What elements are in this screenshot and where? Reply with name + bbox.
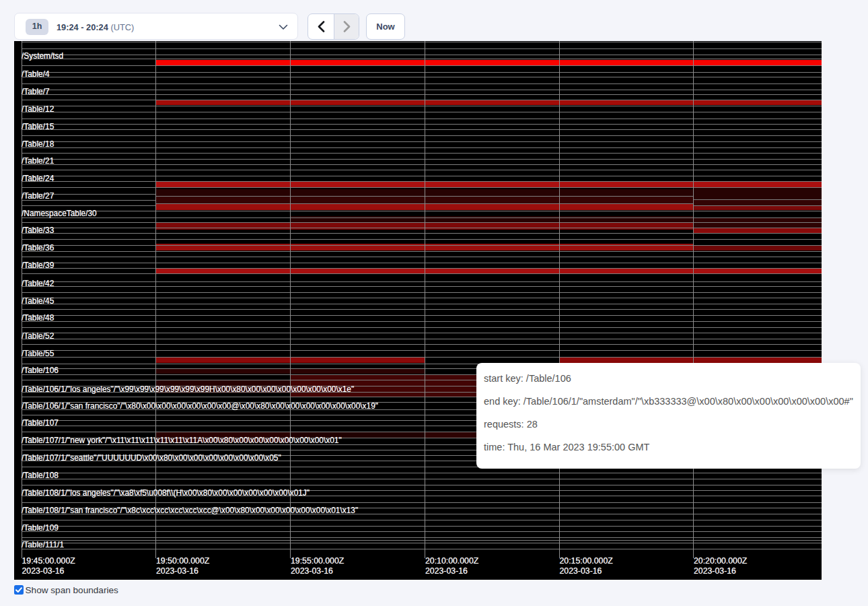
svg-text:/Table/18: /Table/18	[22, 139, 55, 149]
svg-text:/System/tsd: /System/tsd	[22, 50, 63, 60]
svg-text:/Table/108/1/"los angeles"/"\x: /Table/108/1/"los angeles"/"\xa8\xf5\u00…	[22, 487, 310, 497]
svg-text:/Table/106/1/"san francisco"/": /Table/106/1/"san francisco"/"\x80\x00\x…	[22, 401, 378, 411]
svg-text:/Table/48: /Table/48	[22, 313, 55, 323]
svg-text:/Table/111/1: /Table/111/1	[22, 539, 64, 549]
svg-text:/Table/45: /Table/45	[22, 296, 55, 305]
svg-text:/Table/15: /Table/15	[22, 121, 55, 131]
svg-text:19:50:00.000Z: 19:50:00.000Z	[156, 556, 210, 566]
svg-text:20:10:00.000Z: 20:10:00.000Z	[425, 556, 479, 566]
svg-text:2023-03-16: 2023-03-16	[22, 566, 65, 576]
svg-text:/Table/12: /Table/12	[22, 104, 55, 113]
svg-text:/Table/106: /Table/106	[22, 366, 59, 375]
svg-text:/Table/52: /Table/52	[22, 331, 55, 340]
svg-text:20:15:00.000Z: 20:15:00.000Z	[560, 556, 614, 566]
svg-text:/Table/42: /Table/42	[22, 278, 55, 288]
svg-text:/Table/33: /Table/33	[22, 225, 55, 234]
svg-text:/Table/36: /Table/36	[22, 243, 55, 252]
svg-text:2023-03-16: 2023-03-16	[425, 566, 468, 576]
svg-text:/Table/55: /Table/55	[22, 348, 55, 358]
svg-text:/Table/107: /Table/107	[22, 417, 59, 427]
svg-text:19:55:00.000Z: 19:55:00.000Z	[291, 556, 345, 566]
svg-text:/Table/39: /Table/39	[22, 261, 55, 270]
svg-text:2023-03-16: 2023-03-16	[156, 566, 198, 576]
svg-text:/Table/21: /Table/21	[22, 156, 55, 166]
svg-text:/Table/108: /Table/108	[22, 471, 59, 480]
svg-text:/Table/107/1/"seattle"/"UUUUUU: /Table/107/1/"seattle"/"UUUUUUD\x00\x80\…	[22, 452, 281, 462]
svg-text:2023-03-16: 2023-03-16	[560, 566, 602, 576]
svg-text:/Table/107/1/"new york"/"\x11\: /Table/107/1/"new york"/"\x11\x11\x11\x1…	[22, 436, 342, 445]
svg-text:/Table/106/1/"los angeles"/"\x: /Table/106/1/"los angeles"/"\x99\x99\x99…	[22, 384, 354, 393]
svg-text:/Table/27: /Table/27	[22, 191, 55, 201]
svg-text:/Table/24: /Table/24	[22, 173, 55, 182]
svg-text:/Table/4: /Table/4	[22, 69, 50, 78]
svg-text:20:20:00.000Z: 20:20:00.000Z	[694, 556, 748, 566]
svg-text:2023-03-16: 2023-03-16	[291, 566, 333, 576]
svg-text:/NamespaceTable/30: /NamespaceTable/30	[22, 209, 97, 218]
svg-text:19:45:00.000Z: 19:45:00.000Z	[22, 556, 76, 566]
svg-text:2023-03-16: 2023-03-16	[694, 566, 736, 576]
svg-text:/Table/109: /Table/109	[22, 523, 59, 532]
svg-text:/Table/108/1/"san francisco"/": /Table/108/1/"san francisco"/"\x8c\xcc\x…	[22, 505, 358, 514]
svg-text:/Table/7: /Table/7	[22, 86, 50, 96]
